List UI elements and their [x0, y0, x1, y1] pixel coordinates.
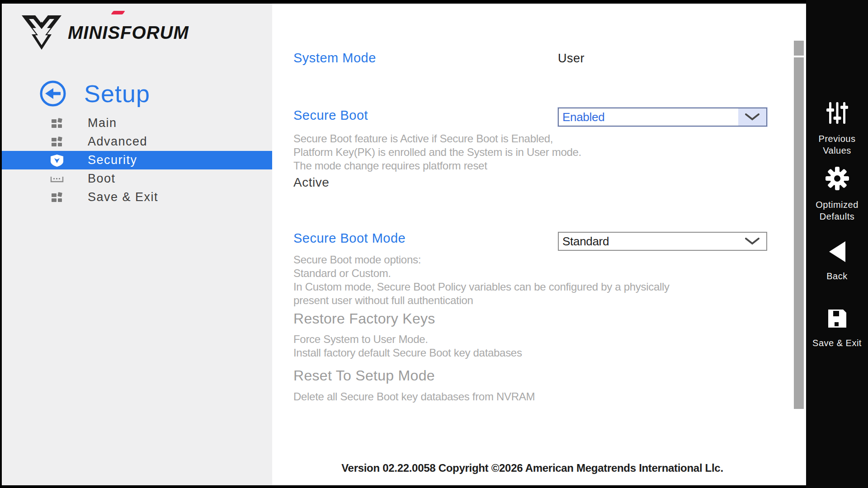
scrollbar-thumb[interactable]: [794, 57, 804, 409]
page-title: Setup: [84, 80, 150, 108]
save-exit-button[interactable]: Save & Exit: [806, 307, 868, 349]
secure-boot-mode-selected-value: Standard: [559, 235, 609, 249]
version-footer: Version 02.22.0058 Copyright ©2026 Ameri…: [272, 462, 793, 474]
sidebar-item-save-exit[interactable]: Save & Exit: [2, 188, 272, 206]
restore-factory-keys-help: Force System to User Mode. Install facto…: [293, 333, 522, 360]
sidebar-item-label: Boot: [88, 172, 116, 186]
action-label: Optimized Defaults: [811, 199, 863, 222]
secure-boot-mode-label: Secure Boot Mode: [293, 231, 406, 246]
reset-to-setup-mode-help: Delete all Secure Boot key databases fro…: [293, 390, 535, 404]
secure-boot-select[interactable]: Enabled: [558, 108, 767, 127]
grid-icon: [50, 116, 64, 131]
secure-boot-status: Active: [293, 175, 329, 190]
gear-icon: [824, 165, 850, 192]
secure-boot-selected-value: Enabled: [559, 110, 604, 124]
secure-boot-mode-help: Secure Boot mode options: Standard or Cu…: [293, 253, 670, 307]
logo-red-accent: [111, 11, 125, 14]
scrollbar-up-button[interactable]: [794, 41, 804, 56]
action-label: Previous Values: [812, 133, 862, 156]
sidebar-item-label: Main: [88, 116, 117, 130]
secure-boot-mode-select[interactable]: Standard: [558, 232, 767, 251]
sidebar-item-security[interactable]: Security: [2, 151, 272, 169]
sidebar-item-advanced[interactable]: Advanced: [2, 132, 272, 151]
floppy-disk-icon: [826, 307, 849, 330]
setup-header: Setup: [39, 80, 150, 108]
back-button[interactable]: Back: [806, 240, 868, 282]
sidebar-item-main[interactable]: Main: [2, 114, 272, 132]
right-action-bar: Previous Values Optimized Defaults Back: [806, 0, 868, 488]
reset-to-setup-mode-action[interactable]: Reset To Setup Mode: [293, 367, 435, 384]
grid-icon: [50, 190, 64, 205]
system-mode-value: User: [558, 52, 585, 66]
sidebar-item-label: Security: [88, 153, 137, 167]
back-triangle-icon: [826, 240, 848, 263]
restore-factory-keys-action[interactable]: Restore Factory Keys: [293, 310, 435, 327]
minisforum-emblem-icon: [20, 14, 63, 52]
keyboard-icon: [50, 172, 64, 186]
bios-setup-screen: MINISFORUM Setup: [0, 0, 868, 488]
optimized-defaults-button[interactable]: Optimized Defaults: [806, 165, 868, 222]
shield-icon: [50, 153, 64, 168]
system-mode-label: System Mode: [293, 51, 376, 66]
brand-name: MINISFORUM: [68, 23, 189, 43]
sidebar-item-label: Advanced: [88, 135, 147, 149]
grid-icon: [50, 135, 64, 149]
settings-content: System Mode User Secure Boot Enabled Sec…: [272, 4, 806, 485]
sidebar-item-boot[interactable]: Boot: [2, 169, 272, 188]
left-sidebar: MINISFORUM Setup: [2, 4, 272, 485]
brand-logo: MINISFORUM: [20, 14, 189, 52]
secure-boot-label: Secure Boot: [293, 108, 368, 123]
chevron-down-icon[interactable]: [738, 233, 766, 250]
secure-boot-help: Secure Boot feature is Active if Secure …: [293, 132, 581, 173]
action-label: Save & Exit: [810, 337, 864, 349]
chevron-down-icon[interactable]: [738, 108, 766, 126]
sliders-icon: [825, 100, 850, 126]
previous-values-button[interactable]: Previous Values: [806, 100, 868, 156]
action-label: Back: [826, 270, 847, 282]
sidebar-item-label: Save & Exit: [88, 190, 158, 204]
sidebar-menu: Main Advanced: [2, 114, 272, 206]
back-circle-icon[interactable]: [39, 80, 67, 108]
